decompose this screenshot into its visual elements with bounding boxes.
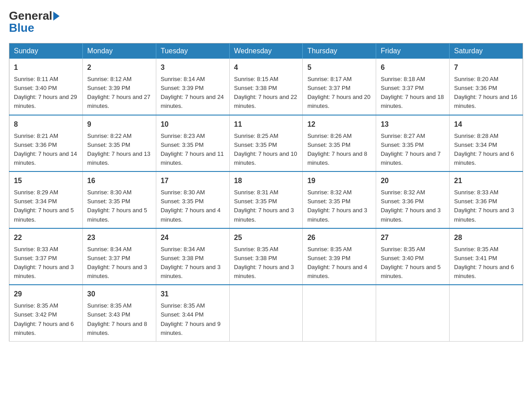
- day-number: 6: [381, 62, 445, 73]
- day-number: 30: [87, 289, 151, 300]
- day-cell: 9 Sunrise: 8:22 AMSunset: 3:35 PMDayligh…: [82, 115, 156, 172]
- calendar-table: SundayMondayTuesdayWednesdayThursdayFrid…: [9, 43, 523, 342]
- day-number: 20: [381, 176, 445, 186]
- day-number: 3: [161, 62, 225, 73]
- day-cell: 7 Sunrise: 8:20 AMSunset: 3:36 PMDayligh…: [450, 59, 523, 115]
- day-cell: [450, 285, 523, 341]
- day-info: Sunrise: 8:34 AMSunset: 3:37 PMDaylight:…: [87, 246, 147, 279]
- day-cell: 19 Sunrise: 8:32 AMSunset: 3:35 PMDaylig…: [303, 171, 376, 228]
- day-info: Sunrise: 8:28 AMSunset: 3:34 PMDaylight:…: [454, 133, 514, 166]
- day-info: Sunrise: 8:30 AMSunset: 3:35 PMDaylight:…: [87, 189, 147, 223]
- day-info: Sunrise: 8:18 AMSunset: 3:37 PMDaylight:…: [381, 76, 444, 109]
- header-cell-monday: Monday: [82, 43, 156, 59]
- day-info: Sunrise: 8:35 AMSunset: 3:38 PMDaylight:…: [234, 246, 294, 279]
- day-cell: 11 Sunrise: 8:25 AMSunset: 3:35 PMDaylig…: [229, 115, 303, 172]
- day-info: Sunrise: 8:34 AMSunset: 3:38 PMDaylight:…: [161, 246, 221, 279]
- day-number: 19: [307, 176, 371, 186]
- day-info: Sunrise: 8:35 AMSunset: 3:40 PMDaylight:…: [381, 246, 441, 279]
- calendar-header: SundayMondayTuesdayWednesdayThursdayFrid…: [9, 43, 523, 59]
- day-info: Sunrise: 8:14 AMSunset: 3:39 PMDaylight:…: [161, 76, 224, 109]
- day-number: 13: [381, 119, 445, 130]
- day-number: 16: [87, 176, 151, 186]
- header-cell-wednesday: Wednesday: [229, 43, 303, 59]
- day-cell: 6 Sunrise: 8:18 AMSunset: 3:37 PMDayligh…: [376, 59, 450, 115]
- day-cell: 5 Sunrise: 8:17 AMSunset: 3:37 PMDayligh…: [303, 59, 376, 115]
- day-info: Sunrise: 8:27 AMSunset: 3:35 PMDaylight:…: [381, 133, 441, 166]
- day-number: 8: [14, 119, 78, 130]
- day-info: Sunrise: 8:33 AMSunset: 3:37 PMDaylight:…: [14, 246, 74, 279]
- day-info: Sunrise: 8:30 AMSunset: 3:35 PMDaylight:…: [161, 189, 221, 223]
- day-number: 23: [87, 232, 151, 243]
- calendar-body: 1 Sunrise: 8:11 AMSunset: 3:40 PMDayligh…: [9, 59, 523, 341]
- day-cell: 14 Sunrise: 8:28 AMSunset: 3:34 PMDaylig…: [450, 115, 523, 172]
- day-cell: 3 Sunrise: 8:14 AMSunset: 3:39 PMDayligh…: [156, 59, 229, 115]
- day-info: Sunrise: 8:35 AMSunset: 3:39 PMDaylight:…: [307, 246, 367, 279]
- day-number: 18: [234, 176, 298, 186]
- day-number: 17: [161, 176, 225, 186]
- day-cell: 10 Sunrise: 8:23 AMSunset: 3:35 PMDaylig…: [156, 115, 229, 172]
- day-number: 15: [14, 176, 78, 186]
- day-info: Sunrise: 8:20 AMSunset: 3:36 PMDaylight:…: [454, 76, 517, 109]
- logo-arrow-icon: [53, 12, 60, 21]
- week-row-1: 1 Sunrise: 8:11 AMSunset: 3:40 PMDayligh…: [9, 59, 523, 115]
- day-info: Sunrise: 8:31 AMSunset: 3:35 PMDaylight:…: [234, 189, 294, 223]
- day-info: Sunrise: 8:23 AMSunset: 3:35 PMDaylight:…: [161, 133, 224, 166]
- header-cell-tuesday: Tuesday: [156, 43, 229, 59]
- day-info: Sunrise: 8:29 AMSunset: 3:34 PMDaylight:…: [14, 189, 74, 223]
- day-number: 11: [234, 119, 298, 130]
- day-cell: [376, 285, 450, 341]
- day-cell: 4 Sunrise: 8:15 AMSunset: 3:38 PMDayligh…: [229, 59, 303, 115]
- day-number: 14: [454, 119, 518, 130]
- day-cell: 13 Sunrise: 8:27 AMSunset: 3:35 PMDaylig…: [376, 115, 450, 172]
- day-cell: 27 Sunrise: 8:35 AMSunset: 3:40 PMDaylig…: [376, 228, 450, 285]
- week-row-3: 15 Sunrise: 8:29 AMSunset: 3:34 PMDaylig…: [9, 171, 523, 228]
- logo: General Blue: [9, 9, 60, 35]
- day-number: 7: [454, 62, 518, 73]
- day-number: 9: [87, 119, 151, 130]
- header-cell-thursday: Thursday: [303, 43, 376, 59]
- day-info: Sunrise: 8:35 AMSunset: 3:41 PMDaylight:…: [454, 246, 514, 279]
- day-number: 24: [161, 232, 225, 243]
- day-number: 31: [161, 289, 225, 300]
- week-row-2: 8 Sunrise: 8:21 AMSunset: 3:36 PMDayligh…: [9, 115, 523, 172]
- week-row-4: 22 Sunrise: 8:33 AMSunset: 3:37 PMDaylig…: [9, 228, 523, 285]
- day-info: Sunrise: 8:32 AMSunset: 3:35 PMDaylight:…: [307, 189, 367, 223]
- day-info: Sunrise: 8:35 AMSunset: 3:44 PMDaylight:…: [161, 302, 221, 336]
- day-info: Sunrise: 8:32 AMSunset: 3:36 PMDaylight:…: [381, 189, 441, 223]
- day-cell: 24 Sunrise: 8:34 AMSunset: 3:38 PMDaylig…: [156, 228, 229, 285]
- day-cell: 15 Sunrise: 8:29 AMSunset: 3:34 PMDaylig…: [9, 171, 83, 228]
- day-cell: 16 Sunrise: 8:30 AMSunset: 3:35 PMDaylig…: [82, 171, 156, 228]
- day-number: 2: [87, 62, 151, 73]
- day-cell: 18 Sunrise: 8:31 AMSunset: 3:35 PMDaylig…: [229, 171, 303, 228]
- day-number: 26: [307, 232, 371, 243]
- day-info: Sunrise: 8:26 AMSunset: 3:35 PMDaylight:…: [307, 133, 367, 166]
- day-number: 4: [234, 62, 298, 73]
- day-cell: 22 Sunrise: 8:33 AMSunset: 3:37 PMDaylig…: [9, 228, 83, 285]
- day-cell: 12 Sunrise: 8:26 AMSunset: 3:35 PMDaylig…: [303, 115, 376, 172]
- day-number: 1: [14, 62, 78, 73]
- day-cell: 21 Sunrise: 8:33 AMSunset: 3:36 PMDaylig…: [450, 171, 523, 228]
- day-cell: 23 Sunrise: 8:34 AMSunset: 3:37 PMDaylig…: [82, 228, 156, 285]
- day-info: Sunrise: 8:35 AMSunset: 3:42 PMDaylight:…: [14, 302, 74, 336]
- day-cell: 29 Sunrise: 8:35 AMSunset: 3:42 PMDaylig…: [9, 285, 83, 341]
- day-cell: 20 Sunrise: 8:32 AMSunset: 3:36 PMDaylig…: [376, 171, 450, 228]
- day-number: 27: [381, 232, 445, 243]
- day-cell: 26 Sunrise: 8:35 AMSunset: 3:39 PMDaylig…: [303, 228, 376, 285]
- header-cell-saturday: Saturday: [450, 43, 523, 59]
- day-number: 22: [14, 232, 78, 243]
- day-info: Sunrise: 8:21 AMSunset: 3:36 PMDaylight:…: [14, 133, 77, 166]
- day-number: 5: [307, 62, 371, 73]
- week-row-5: 29 Sunrise: 8:35 AMSunset: 3:42 PMDaylig…: [9, 285, 523, 341]
- day-cell: [229, 285, 303, 341]
- day-cell: 25 Sunrise: 8:35 AMSunset: 3:38 PMDaylig…: [229, 228, 303, 285]
- day-info: Sunrise: 8:15 AMSunset: 3:38 PMDaylight:…: [234, 76, 297, 109]
- logo-line2: Blue: [9, 21, 34, 35]
- day-number: 28: [454, 232, 518, 243]
- header-row: SundayMondayTuesdayWednesdayThursdayFrid…: [9, 43, 523, 59]
- day-info: Sunrise: 8:35 AMSunset: 3:43 PMDaylight:…: [87, 302, 147, 336]
- header-cell-sunday: Sunday: [9, 43, 83, 59]
- day-number: 10: [161, 119, 225, 130]
- day-info: Sunrise: 8:22 AMSunset: 3:35 PMDaylight:…: [87, 133, 150, 166]
- day-cell: 31 Sunrise: 8:35 AMSunset: 3:44 PMDaylig…: [156, 285, 229, 341]
- day-info: Sunrise: 8:12 AMSunset: 3:39 PMDaylight:…: [87, 76, 150, 109]
